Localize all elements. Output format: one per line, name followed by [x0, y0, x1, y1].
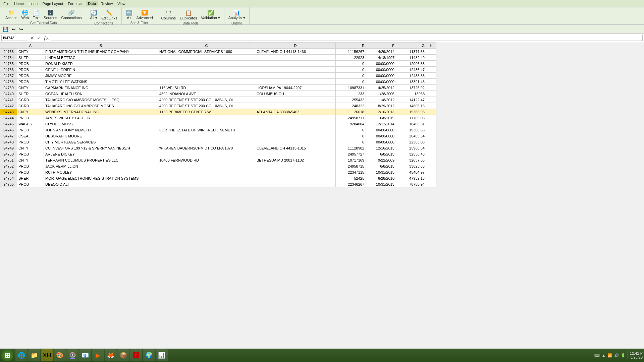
row-number[interactable]: 94752: [0, 163, 17, 169]
cell-col-g[interactable]: 11377.58: [396, 49, 426, 55]
row-number[interactable]: 94737: [0, 73, 17, 79]
cell-col-a[interactable]: CNTY: [17, 85, 44, 91]
cell-col-g[interactable]: 14122.47: [396, 97, 426, 103]
row-number[interactable]: 94750: [0, 151, 17, 157]
row-number[interactable]: 94733: [0, 49, 17, 55]
cell-col-d[interactable]: [255, 115, 336, 121]
cell-col-d[interactable]: [255, 121, 336, 127]
cell-col-d[interactable]: [255, 79, 336, 85]
cell-col-h[interactable]: [426, 169, 436, 175]
start-button[interactable]: ⊞: [1, 349, 13, 361]
cell-col-c[interactable]: [158, 67, 255, 73]
taskbar-access-icon[interactable]: 🅰: [130, 349, 142, 361]
cell-col-a[interactable]: PROB: [17, 127, 44, 133]
spreadsheet-scroll[interactable]: A B C D E F G H 94733CNTYFIRST AMERICAN …: [0, 42, 644, 350]
cell-col-f[interactable]: 4/25/2012: [366, 85, 396, 91]
cell-col-g[interactable]: 47932.13: [396, 175, 426, 181]
confirm-formula-button[interactable]: ✓: [36, 35, 42, 41]
cell-col-b[interactable]: RUTH MOBLEY: [44, 169, 158, 175]
cell-col-b[interactable]: ARLENE DICKEY: [44, 151, 158, 157]
cell-col-d[interactable]: [255, 169, 336, 175]
cell-col-d[interactable]: [255, 67, 336, 73]
cell-col-d[interactable]: [255, 151, 336, 157]
taskbar-files-icon[interactable]: 📁: [28, 349, 40, 361]
cell-col-a[interactable]: SHER: [17, 175, 44, 181]
cell-col-e[interactable]: 11128982: [336, 145, 366, 151]
cell-col-c[interactable]: NATIONAL COMMERCIAL SERVICES 1660: [158, 49, 255, 55]
taskbar-xh-icon[interactable]: XH: [41, 349, 53, 361]
cell-col-f[interactable]: 00/00/0000: [366, 73, 396, 79]
cell-col-c[interactable]: 4392 INDIANOLA AVE: [158, 91, 255, 97]
ribbon-btn-access[interactable]: 📁 Access: [4, 9, 18, 20]
cell-col-b[interactable]: TALIAFARO INC C/O AMBROSE MOSES: [44, 103, 158, 109]
cell-col-h[interactable]: [426, 127, 436, 133]
taskbar-archive-icon[interactable]: 📦: [117, 349, 129, 361]
cell-col-e[interactable]: 9284804: [336, 121, 366, 127]
cell-col-f[interactable]: 4/18/1997: [366, 55, 396, 61]
cell-col-h[interactable]: [426, 79, 436, 85]
cell-col-d[interactable]: [255, 61, 336, 67]
cell-col-e[interactable]: 248322: [336, 103, 366, 109]
cell-col-d[interactable]: HORSHAM PA 19044-2207: [255, 85, 336, 91]
tab-insert[interactable]: Insert: [26, 1, 40, 6]
cell-col-c[interactable]: [158, 181, 255, 187]
cell-col-g[interactable]: 11482.49: [396, 55, 426, 61]
cell-col-h[interactable]: [426, 121, 436, 127]
cancel-formula-button[interactable]: ✕: [30, 35, 35, 41]
tab-home[interactable]: Home: [12, 1, 26, 6]
cell-col-g[interactable]: 15386.93: [396, 109, 426, 115]
cell-col-h[interactable]: [426, 139, 436, 145]
ribbon-btn-connections[interactable]: 🔗 Connections: [60, 9, 83, 20]
cell-col-b[interactable]: RONALD KISER: [44, 61, 158, 67]
cell-col-g[interactable]: 32538.45: [396, 151, 426, 157]
cell-col-c[interactable]: [158, 175, 255, 181]
cell-col-e[interactable]: 22346267: [336, 181, 366, 187]
cell-col-e[interactable]: 24957727: [336, 151, 366, 157]
cell-col-f[interactable]: 9/22/2009: [366, 157, 396, 163]
cell-col-g[interactable]: 78750.94: [396, 181, 426, 187]
cell-col-b[interactable]: CITY MORTGAGE SERVICES: [44, 139, 158, 145]
cell-col-h[interactable]: [426, 91, 436, 97]
cell-col-b[interactable]: FIRST AMERICAN TITLE INSURANCE COMPANY: [44, 49, 158, 55]
row-number[interactable]: 94749: [0, 145, 17, 151]
cell-col-h[interactable]: [426, 61, 436, 67]
cell-col-g[interactable]: 45404.97: [396, 169, 426, 175]
cell-col-c[interactable]: [158, 169, 255, 175]
cell-col-b[interactable]: TERRAPIN COLUMBUS PROPERTIES LLC: [44, 157, 158, 163]
cell-col-c[interactable]: [158, 73, 255, 79]
cell-col-h[interactable]: [426, 103, 436, 109]
cell-col-b[interactable]: OCEAN HEALTH SPA: [44, 91, 158, 97]
cell-col-a[interactable]: PROB: [17, 169, 44, 175]
taskbar-firefox-icon[interactable]: 🦊: [105, 349, 117, 361]
cell-col-h[interactable]: [426, 73, 436, 79]
cell-col-e[interactable]: 233: [336, 91, 366, 97]
row-number[interactable]: 94736: [0, 67, 17, 73]
cell-col-e[interactable]: 255432: [336, 97, 366, 103]
cell-col-c[interactable]: % KAREN BAUERNSCHMIDT CO LPA 1370: [158, 145, 255, 151]
cell-col-b[interactable]: TALIAFARO C/O AMBROSE MOSES III ESQ: [44, 97, 158, 103]
row-number[interactable]: 94742: [0, 103, 17, 109]
cell-col-e[interactable]: 24958711: [336, 115, 366, 121]
cell-col-g[interactable]: 22385.08: [396, 139, 426, 145]
col-header-f[interactable]: F: [366, 43, 396, 49]
cell-col-c[interactable]: 4200 REGENT ST STE 200 COLUMBUS, OH: [158, 97, 255, 103]
row-number[interactable]: 94738: [0, 79, 17, 85]
cell-col-h[interactable]: [426, 181, 436, 187]
cell-col-b[interactable]: DEBORAH K MOORE: [44, 133, 158, 139]
cell-col-a[interactable]: PROB: [17, 151, 44, 157]
cell-col-e[interactable]: 0: [336, 133, 366, 139]
col-header-h[interactable]: H: [426, 43, 436, 49]
tab-review[interactable]: Review: [99, 1, 115, 6]
cell-col-e[interactable]: 11156267: [336, 49, 366, 55]
cell-col-g[interactable]: 13726.92: [396, 85, 426, 91]
cell-col-c[interactable]: [158, 61, 255, 67]
cell-col-f[interactable]: 00/00/0000: [366, 67, 396, 73]
cell-col-g[interactable]: 14806.16: [396, 103, 426, 109]
tab-formulas[interactable]: Formulas: [66, 1, 85, 6]
row-number[interactable]: 94747: [0, 133, 17, 139]
row-number[interactable]: 94746: [0, 127, 17, 133]
col-header-c[interactable]: C: [158, 43, 255, 49]
cell-col-g[interactable]: 12006.83: [396, 61, 426, 67]
taskbar-ie-icon[interactable]: 🌐: [15, 349, 28, 361]
tab-view[interactable]: View: [115, 1, 127, 6]
